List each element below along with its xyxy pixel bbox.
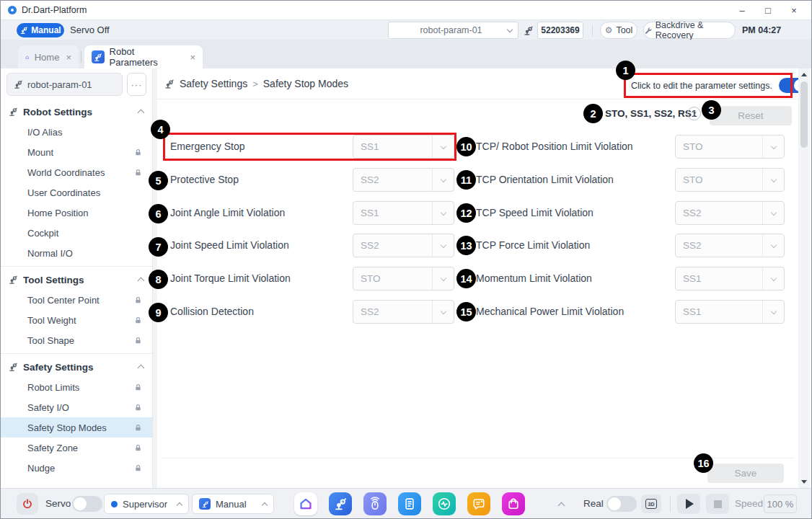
dock-app-task-editor[interactable]: [398, 492, 421, 515]
chevron-up-icon: [262, 502, 268, 507]
sidebar-item-cockpit[interactable]: Cockpit: [1, 223, 152, 243]
sidebar-item-tool-center-point[interactable]: Tool Center Point: [1, 290, 152, 310]
robot-icon: [8, 275, 18, 285]
sidebar-item-robot-limits[interactable]: Robot Limits: [1, 377, 152, 397]
parameter-file-select[interactable]: robot-param-01: [388, 22, 518, 39]
sidebar-item-tool-weight[interactable]: Tool Weight: [1, 310, 152, 330]
power-button[interactable]: [17, 493, 38, 515]
speed-value-box[interactable]: 100 %: [764, 494, 797, 513]
select-value: SS2: [676, 240, 762, 251]
save-button[interactable]: Save: [707, 463, 784, 483]
protective-stop-select[interactable]: SS2: [353, 168, 454, 192]
callout-5: 5: [149, 171, 168, 190]
scroll-up-icon[interactable]: [801, 73, 807, 76]
sidebar-section-tool-settings[interactable]: Tool Settings: [1, 270, 152, 290]
select-value: SS1: [353, 208, 432, 218]
tab-robot-parameters[interactable]: Robot Parameters ×: [84, 45, 203, 68]
breadcrumb-parent[interactable]: Safety Settings: [180, 78, 247, 89]
lock-icon: [134, 296, 142, 304]
sidebar-item-nudge[interactable]: Nudge: [1, 458, 152, 478]
form-row-joint-speed-limit: Joint Speed Limit Violation SS2: [170, 234, 454, 257]
lock-icon: [134, 148, 142, 156]
status-dot-icon: [111, 501, 118, 507]
dock-divider: [670, 496, 671, 512]
chevron-down-icon: [432, 169, 454, 191]
sidebar-item-safety-io[interactable]: Safety I/O: [1, 397, 152, 417]
robot-icon: [8, 107, 18, 117]
maximize-button[interactable]: □: [755, 1, 781, 19]
role-select[interactable]: Supervisor: [104, 494, 189, 514]
callout-6: 6: [149, 204, 168, 223]
sidebar-item-user-coordinates[interactable]: User Coordinates: [1, 182, 152, 203]
tcp-speed-limit-label: TCP Speed Limit Violation: [476, 201, 593, 225]
help-icon[interactable]: ?: [687, 107, 701, 120]
reset-button[interactable]: Reset: [710, 106, 792, 125]
sidebar-item-normal-io[interactable]: Normal I/O: [1, 243, 152, 263]
tcp-speed-limit-select[interactable]: SS2: [675, 201, 785, 225]
tab-home[interactable]: Home ×: [18, 45, 79, 68]
form-row-joint-torque-limit: Joint Torque Limit Violation STO: [170, 267, 454, 290]
sidebar-parameter-name[interactable]: robot-param-01: [6, 73, 123, 96]
tcp-robot-position-limit-select[interactable]: STO: [675, 135, 785, 159]
close-icon[interactable]: ×: [66, 52, 71, 63]
sidebar-item-io-alias[interactable]: I/O Alias: [1, 122, 152, 142]
sidebar-section-safety-settings[interactable]: Safety Settings: [1, 357, 152, 377]
content-scrollbar[interactable]: [798, 68, 810, 488]
real-mode-toggle[interactable]: [606, 496, 637, 512]
joint-torque-limit-select[interactable]: STO: [353, 267, 454, 290]
tcp-orientation-limit-select[interactable]: STO: [675, 168, 785, 192]
dock-app-store[interactable]: [502, 492, 525, 515]
mode-manual-button[interactable]: Manual: [17, 23, 64, 37]
dock-expand-chevron-icon[interactable]: [558, 502, 565, 510]
dock-app-robot-parameters[interactable]: [329, 492, 352, 515]
joint-speed-limit-label: Joint Speed Limit Violation: [170, 234, 289, 257]
scroll-down-icon[interactable]: [801, 480, 807, 484]
power-icon: [22, 498, 33, 510]
sidebar-item-tool-shape[interactable]: Tool Shape: [1, 330, 152, 350]
close-icon[interactable]: ×: [190, 52, 195, 63]
select-value: STO: [353, 273, 432, 284]
momentum-limit-select[interactable]: SS1: [675, 267, 785, 290]
robot-parameters-icon: [92, 50, 105, 63]
document-icon: [402, 497, 417, 511]
sidebar-item-safety-stop-modes[interactable]: Safety Stop Modes: [1, 417, 152, 438]
form-row-emergency-stop: Emergency Stop SS1: [170, 135, 454, 159]
tool-button[interactable]: ⚙ Tool: [600, 22, 637, 39]
sidebar-more-button[interactable]: ···: [127, 73, 146, 96]
sidebar-item-safety-zone[interactable]: Safety Zone: [1, 438, 152, 458]
backdrive-recovery-button[interactable]: Backdrive & Recovery: [643, 22, 736, 39]
robot-lock-icon: [523, 25, 534, 36]
stop-modes-summary: STO, SS1, SS2, RS1: [605, 108, 697, 119]
joint-speed-limit-select[interactable]: SS2: [353, 234, 454, 257]
sidebar-item-world-coordinates[interactable]: World Coordinates: [1, 162, 152, 182]
dock-app-messages[interactable]: [467, 492, 490, 515]
mode-select[interactable]: Manual: [192, 494, 274, 514]
real-label: Real: [583, 489, 604, 519]
dock-app-remote-control[interactable]: [363, 492, 387, 515]
close-button[interactable]: ×: [781, 1, 807, 19]
sidebar-divider: [1, 266, 152, 267]
mode-value: Manual: [216, 499, 257, 510]
scrollbar-thumb[interactable]: [800, 81, 808, 148]
toolbar-divider: [592, 25, 593, 36]
play-button[interactable]: [677, 494, 700, 514]
dock-app-monitoring[interactable]: [433, 492, 456, 515]
stop-button[interactable]: [706, 494, 729, 514]
clock-text: PM 04:27: [742, 20, 781, 40]
minimize-button[interactable]: –: [729, 1, 755, 19]
form-row-momentum-limit: Momentum Limit Violation SS1: [476, 267, 785, 290]
collision-detection-select[interactable]: SS2: [353, 300, 454, 324]
servo-toggle[interactable]: [72, 496, 102, 512]
mode-label: Manual: [31, 25, 61, 35]
chevron-up-icon: [177, 502, 182, 507]
emergency-stop-select[interactable]: SS1: [353, 135, 454, 159]
chevron-down-icon: [762, 301, 784, 323]
sidebar-item-mount[interactable]: Mount: [1, 142, 152, 162]
sidebar-item-home-position[interactable]: Home Position: [1, 203, 152, 223]
joint-angle-limit-select[interactable]: SS1: [353, 201, 454, 225]
dock-app-home[interactable]: [294, 492, 317, 515]
viewer-3d-button[interactable]: 3D: [641, 494, 661, 513]
tcp-force-limit-select[interactable]: SS2: [675, 234, 785, 257]
sidebar-section-robot-settings[interactable]: Robot Settings: [1, 102, 152, 122]
mechanical-power-limit-select[interactable]: SS1: [675, 300, 785, 324]
